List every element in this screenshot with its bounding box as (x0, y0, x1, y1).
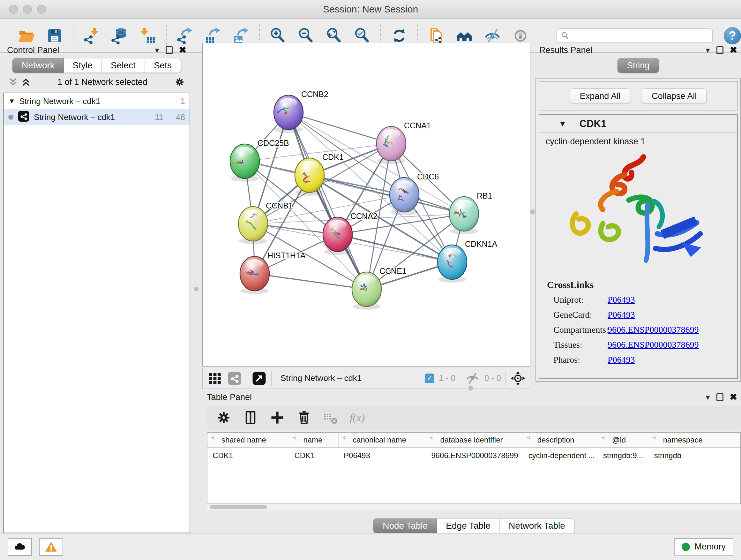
edge-CCNB2-CCNE1[interactable] (288, 112, 367, 289)
node-CDKN1A[interactable]: CDKN1A (437, 240, 497, 283)
zoom-selected-button[interactable] (353, 26, 372, 45)
column-header-namespace[interactable]: namespace (649, 433, 740, 447)
panel-close-icon[interactable]: ✖ (179, 46, 186, 55)
table-cell[interactable]: 9606.ENSP00000378699 (426, 448, 523, 463)
table-cell[interactable]: stringdb:9... (598, 448, 649, 463)
eye-button[interactable] (511, 26, 530, 45)
add-column-icon[interactable] (269, 410, 285, 426)
hidden-eye-icon[interactable] (465, 371, 480, 386)
gear-icon[interactable] (174, 77, 185, 87)
save-session-button[interactable] (45, 26, 64, 45)
crosslink-link[interactable]: 9606.ENSP00000378699 (608, 340, 698, 350)
cloud-button[interactable] (8, 538, 32, 556)
tab-network[interactable]: Network (12, 58, 64, 73)
show-columns-icon[interactable] (243, 410, 259, 426)
table-hscrollbar[interactable] (207, 504, 741, 510)
panel-float-icon[interactable] (165, 46, 173, 54)
crosslink-link[interactable]: P06493 (608, 310, 635, 320)
table-cell[interactable]: cyclin-dependent ... (523, 448, 598, 463)
table-row[interactable]: CDK1CDK1P064939606.ENSP00000378699cyclin… (207, 448, 740, 463)
panel-close-icon[interactable]: ✖ (730, 46, 737, 55)
import-network-button[interactable] (82, 26, 101, 45)
column-header-@id[interactable]: @id (598, 433, 649, 447)
section-expander-icon[interactable]: ▼ (558, 119, 567, 129)
tab-style[interactable]: Style (64, 58, 102, 73)
tab-edge-table[interactable]: Edge Table (437, 518, 500, 533)
panel-menu-icon[interactable]: ▾ (155, 46, 159, 54)
search-box[interactable] (556, 28, 713, 43)
table-settings-icon[interactable] (216, 410, 232, 426)
edge-CCNE1-HIST1H1A[interactable] (255, 273, 367, 289)
column-header-database-identifier[interactable]: database identifier (426, 433, 523, 447)
panel-menu-icon[interactable]: ▾ (705, 393, 710, 401)
tab-node-table[interactable]: Node Table (374, 518, 437, 533)
home-button[interactable] (455, 26, 474, 45)
export-image-button[interactable] (232, 26, 250, 45)
panel-float-icon[interactable] (717, 46, 724, 54)
cdk1-section-header[interactable]: ▼ CDK1 (539, 115, 737, 133)
import-table-button[interactable] (138, 26, 157, 45)
tab-string[interactable]: String (617, 58, 659, 73)
help-button[interactable]: ? (724, 27, 741, 44)
column-header-name[interactable]: name (289, 433, 339, 447)
collapse-all-icon[interactable] (8, 77, 18, 87)
node-CCNB1[interactable]: CCNB1 (239, 201, 293, 244)
open-session-button[interactable] (17, 26, 36, 45)
node-CDC25B[interactable]: CDC25B (230, 138, 289, 182)
panel-close-icon[interactable]: ✖ (730, 393, 737, 401)
right-divider-handle[interactable] (530, 209, 535, 214)
network-canvas[interactable]: CCNB2 CCNA1 CDC25B CDK1 CDC6 RB1 CCNB1 (202, 43, 530, 367)
toggle-visibility-button[interactable] (483, 26, 502, 45)
table-cell[interactable]: P06493 (339, 448, 426, 463)
column-header-description[interactable]: description (523, 433, 598, 447)
tree-expander-icon[interactable]: ▼ (8, 97, 15, 105)
fit-selected-crosshair-icon[interactable] (510, 371, 526, 386)
table-cell[interactable]: stringdb (649, 448, 740, 463)
node-CCNA1[interactable]: CCNA1 (377, 121, 431, 164)
crosslink-link[interactable]: 9606.ENSP00000378699 (608, 325, 698, 335)
crosslink-link[interactable]: P06493 (608, 295, 635, 305)
zoom-fit-button[interactable] (325, 26, 343, 45)
selected-nodes-checkbox[interactable]: ✓ (425, 374, 434, 383)
refresh-button[interactable] (390, 26, 408, 45)
node-RB1[interactable]: RB1 (449, 191, 492, 234)
table-cell[interactable]: CDK1 (289, 448, 339, 463)
export-network-button[interactable] (176, 26, 194, 45)
collapse-all-button[interactable]: Collapse All (642, 88, 706, 104)
scrollbar-thumb[interactable] (210, 505, 267, 509)
function-builder-icon[interactable]: f(x) (350, 412, 365, 424)
left-divider-handle[interactable] (194, 287, 199, 291)
share-file-button[interactable] (427, 26, 446, 45)
crosslink-link[interactable]: P06493 (608, 355, 635, 365)
zoom-in-button[interactable] (269, 26, 287, 45)
edge-CCNB2-CCNA1[interactable] (288, 112, 391, 144)
grid-view-icon[interactable] (207, 371, 222, 386)
column-header-shared-name[interactable]: shared name (207, 433, 289, 447)
node-HIST1H1A[interactable]: HIST1H1A (240, 251, 306, 294)
birds-eye-view-icon[interactable] (252, 371, 267, 386)
expand-all-button[interactable]: Expand All (570, 88, 630, 104)
node-CCNE1[interactable]: CCNE1 (352, 266, 407, 310)
expand-all-icon[interactable] (21, 77, 30, 87)
network-collection-row[interactable]: ▼ String Network – cdk1 1 (4, 93, 190, 109)
bottom-divider-handle[interactable] (468, 386, 473, 390)
network-row[interactable]: String Network – cdk1 11 48 (4, 109, 190, 125)
node-CCNB2[interactable]: CCNB2 (274, 90, 328, 133)
zoom-out-button[interactable] (297, 26, 315, 45)
tab-network-table[interactable]: Network Table (500, 518, 575, 533)
table-cell[interactable]: CDK1 (207, 448, 289, 463)
network-overview-icon[interactable] (227, 371, 242, 386)
import-database-button[interactable] (111, 26, 129, 45)
memory-button[interactable]: Memory (674, 538, 733, 556)
column-header-canonical-name[interactable]: canonical name (339, 433, 426, 447)
delete-column-icon[interactable] (296, 410, 312, 426)
node-table[interactable]: shared namenamecanonical namedatabase id… (207, 432, 741, 504)
tab-sets[interactable]: Sets (145, 58, 181, 73)
search-input[interactable] (572, 29, 712, 42)
export-table-button[interactable] (204, 26, 222, 45)
panel-float-icon[interactable] (717, 393, 724, 401)
delete-table-icon[interactable] (323, 410, 339, 426)
warning-button[interactable] (39, 538, 63, 556)
tab-select[interactable]: Select (102, 58, 145, 73)
panel-menu-icon[interactable]: ▾ (705, 46, 710, 54)
